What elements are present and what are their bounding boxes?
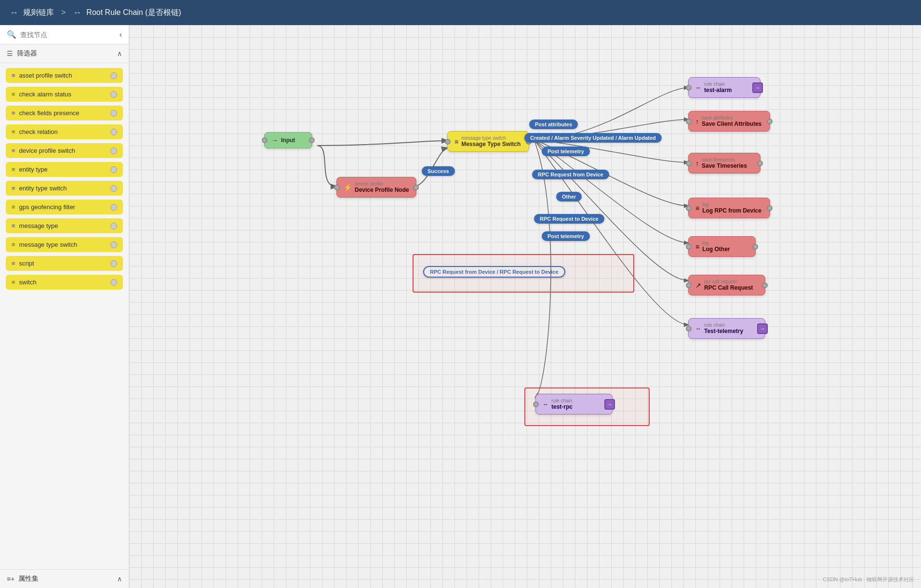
node-label: message type switch — [19, 241, 78, 248]
node-label: script — [19, 260, 34, 267]
sidebar-item-check-relation[interactable]: ≡ check relation — [6, 124, 123, 139]
node-handle — [110, 166, 117, 173]
rule-chain-test-telemetry-node[interactable]: ↔ rule chain Test-telemetry → — [688, 318, 765, 339]
rpc-request-combined-label: RPC Request from Device / RPC Request to… — [423, 266, 565, 278]
library-label: 规则链库 — [23, 8, 54, 18]
sidebar-item-asset-profile-switch[interactable]: ≡ asset profile switch — [6, 68, 123, 83]
node-handle — [110, 91, 117, 98]
lo-port-right — [752, 244, 758, 250]
st-port-right — [757, 160, 763, 166]
node-filter-icon: ≡ — [12, 72, 15, 79]
node-handle — [110, 241, 117, 248]
message-type-switch-node[interactable]: ≡ message type switch Message Type Switc… — [447, 131, 529, 152]
node-handle — [110, 147, 117, 154]
sa-title: save attributes — [702, 115, 761, 120]
node-label: switch — [19, 279, 37, 286]
device-profile-port-right — [413, 185, 419, 190]
rctt-title: rule chain — [704, 322, 743, 328]
sidebar-item-device-profile-switch[interactable]: ≡ device profile switch — [6, 143, 123, 158]
node-filter-icon: ≡ — [12, 109, 15, 117]
sidebar-item-entity-type-switch[interactable]: ≡ entity type switch — [6, 181, 123, 196]
rca-title: rule chain — [704, 81, 732, 87]
device-profile-node[interactable]: ⚡ device profile Device Profile Node — [336, 177, 416, 198]
lo-port-left — [686, 244, 692, 250]
attr-header: ≡+ 属性集 ∧ — [0, 569, 129, 588]
filter-label: 筛选器 — [17, 49, 37, 58]
input-node[interactable]: → Input — [264, 132, 312, 148]
node-list: ≡ asset profile switch ≡ check alarm sta… — [0, 63, 129, 569]
node-label: message type — [19, 222, 58, 229]
node-handle — [110, 279, 117, 286]
main-layout: 🔍 ‹ ☰ 筛选器 ∧ ≡ asset profile switch ≡ che… — [0, 25, 921, 588]
post-telemetry-1-label[interactable]: Post telemetry — [542, 147, 590, 156]
node-label: check alarm status — [19, 91, 71, 98]
rcrpc-port-right: → — [604, 399, 615, 410]
chain-link2-icon: ↔ — [695, 325, 701, 332]
attr-collapse-button[interactable]: ∧ — [117, 575, 122, 583]
alarm-created-label[interactable]: Created / Alarm Severity Updated / Alarm… — [524, 133, 662, 143]
sidebar-item-message-type[interactable]: ≡ message type — [6, 218, 123, 233]
lr-port-left — [686, 205, 692, 211]
rcr-title: rpc call request — [704, 279, 753, 284]
rca-port-left — [686, 85, 692, 91]
node-filter-icon: ≡ — [12, 128, 15, 135]
st-name: Save Timeseries — [702, 162, 747, 169]
rule-chain-test-rpc-node[interactable]: ↔ rule chain test-rpc → — [535, 394, 613, 414]
save-timeseries-node[interactable]: ↑ save timeseries Save Timeseries — [688, 153, 761, 174]
rpc-to-device-label[interactable]: RPC Request to Device — [534, 214, 604, 224]
node-handle — [110, 260, 117, 267]
filter-collapse-button[interactable]: ∧ — [117, 50, 122, 57]
upload-icon: ↑ — [695, 118, 699, 125]
success-label[interactable]: Success — [422, 166, 455, 176]
lr-port-right — [767, 205, 773, 211]
search-bar: 🔍 ‹ — [0, 25, 129, 44]
mts-name: Message Type Switch — [461, 141, 521, 147]
node-filter-icon: ≡ — [12, 260, 15, 267]
sidebar-item-check-alarm-status[interactable]: ≡ check alarm status — [6, 87, 123, 102]
node-label: entity type switch — [19, 185, 67, 192]
node-label: check relation — [19, 128, 58, 135]
filter-icon: ☰ — [7, 50, 13, 57]
node-label: entity type — [19, 166, 48, 173]
search-input[interactable] — [20, 31, 116, 39]
sidebar-item-message-type-switch[interactable]: ≡ message type switch — [6, 237, 123, 252]
sidebar-item-gps-geofencing-filter[interactable]: ≡ gps geofencing filter — [6, 200, 123, 214]
node-handle — [110, 185, 117, 192]
chain-name: Root Rule Chain (是否根链) — [86, 8, 181, 18]
other-label[interactable]: Other — [556, 192, 582, 201]
node-filter-icon: ≡ — [12, 185, 15, 192]
node-filter-icon: ≡ — [12, 166, 15, 173]
sidebar-collapse-button[interactable]: ‹ — [120, 30, 122, 39]
input-port-left — [262, 137, 267, 143]
lo-title: log — [702, 241, 730, 246]
sidebar-item-entity-type[interactable]: ≡ entity type — [6, 162, 123, 177]
sidebar-item-switch[interactable]: ≡ switch — [6, 275, 123, 290]
sidebar-item-script[interactable]: ≡ script — [6, 256, 123, 271]
post-attributes-label[interactable]: Post attributes — [529, 120, 578, 129]
search-icon: 🔍 — [7, 30, 16, 39]
log-other-node[interactable]: ≡ log Log Other — [688, 236, 756, 257]
st-port-left — [686, 160, 692, 166]
node-filter-icon: ≡ — [12, 91, 15, 98]
save-attributes-node[interactable]: ↑ save attributes Save Client Attributes — [688, 111, 770, 132]
sidebar-item-check-fields-presence[interactable]: ≡ check fields presence — [6, 106, 123, 120]
chain-link-icon: ↔ — [695, 84, 701, 91]
node-handle — [110, 129, 117, 135]
node-label: gps geofencing filter — [19, 203, 75, 211]
node-filter-icon: ≡ — [12, 279, 15, 286]
watermark: CSDN @IoTHub · 物联网开源技术社区 — [823, 576, 914, 583]
log-rpc-node[interactable]: ≡ log Log RPC from Device — [688, 198, 770, 218]
sa-port-right — [767, 119, 773, 124]
post-telemetry-2-label[interactable]: Post telemetry — [542, 231, 590, 241]
rpc-from-device-label[interactable]: RPC Request from Device — [532, 170, 609, 179]
library-icon: ↔ — [10, 8, 18, 18]
mts-icon: ≡ — [454, 138, 458, 146]
rule-chain-canvas[interactable]: → Input ⚡ device profile Device Profile … — [129, 25, 921, 588]
rule-chain-test-alarm-node[interactable]: ↔ rule chain test-alarm → — [688, 77, 761, 98]
lo-name: Log Other — [702, 246, 730, 253]
lr-title: log — [702, 202, 761, 207]
rctt-port-left — [686, 326, 692, 332]
rpc-call-request-node[interactable]: ↗ rpc call request RPC Call Request — [688, 275, 765, 295]
node-handle — [110, 110, 117, 117]
rcr-port-left — [686, 282, 692, 288]
